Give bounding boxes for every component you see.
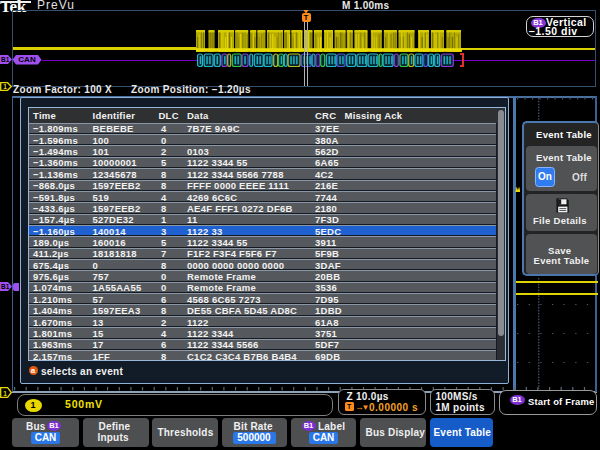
svg-text:1: 1 xyxy=(3,83,7,90)
svg-text:1: 1 xyxy=(3,390,7,397)
svg-text:B1: B1 xyxy=(1,56,10,63)
svg-text:B1: B1 xyxy=(1,283,10,290)
